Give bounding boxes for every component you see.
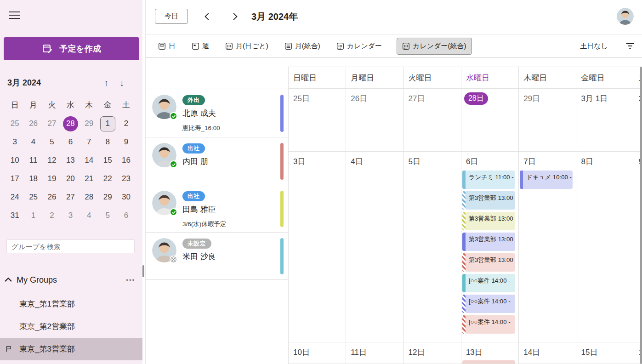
mini-calendar-day[interactable]: 3 (61, 206, 80, 225)
mini-calendar-day[interactable]: 10 (6, 151, 24, 170)
menu-icon[interactable] (8, 10, 21, 20)
mini-calendar-day[interactable]: 27 (43, 114, 61, 133)
user-avatar[interactable] (617, 8, 634, 25)
mini-calendar-day[interactable]: 2 (117, 114, 135, 133)
calendar-event-partial[interactable] (462, 360, 515, 364)
mini-calendar-day[interactable]: 1 (98, 114, 117, 133)
mini-calendar-day[interactable]: 7 (80, 133, 98, 151)
calendar-day-cell[interactable]: 13日 (461, 342, 519, 364)
mini-calendar-day[interactable]: 28 (61, 114, 80, 133)
sidebar-scrollbar-thumb[interactable] (142, 265, 144, 277)
calendar-day-cell[interactable]: 5日 (404, 152, 461, 342)
mini-calendar-day[interactable]: 22 (98, 170, 117, 188)
weekend-toggle-label[interactable]: 土日なし (580, 42, 608, 51)
today-button[interactable]: 今日 (155, 9, 188, 24)
mini-calendar-day[interactable]: 11 (24, 151, 42, 170)
mini-calendar-day[interactable]: 30 (117, 188, 135, 206)
calendar-day-cell[interactable]: 3日 (289, 152, 346, 342)
group-search-input[interactable] (6, 239, 135, 253)
chevron-up-icon[interactable] (4, 275, 13, 284)
mini-calendar-day[interactable]: 29 (98, 188, 117, 206)
calendar-event[interactable]: 第3営業部 13:00 - (462, 233, 515, 251)
calendar-day-cell[interactable]: 14日 (519, 342, 576, 364)
chevron-right-icon[interactable] (230, 11, 240, 22)
sidebar-group-item[interactable]: 東京_第2営業部 (0, 315, 142, 338)
calendar-scrollbar-thumb[interactable] (640, 67, 642, 364)
mini-calendar-day[interactable]: 4 (80, 206, 98, 225)
mini-calendar-day[interactable]: 21 (80, 170, 98, 188)
view-tab[interactable]: 日 (157, 38, 177, 55)
mini-calendar-day[interactable]: 5 (43, 133, 61, 151)
view-tab[interactable]: 月(統合) (283, 38, 322, 55)
calendar-event[interactable]: [○○案件 14:00 - (462, 315, 515, 334)
member-row[interactable]: 出社田島 雅臣3/6(水)休暇予定 (146, 185, 289, 233)
mini-calendar-day[interactable]: 8 (98, 133, 117, 151)
calendar-day-cell[interactable]: 6日ランチミ 11:00 - 1第3営業部 13:00 -第3営業部 13:00… (461, 152, 519, 342)
member-color-bar (280, 143, 284, 180)
mini-calendar-day[interactable]: 6 (61, 133, 80, 151)
calendar-event[interactable]: ランチミ 11:00 - 1 (462, 171, 515, 189)
mini-calendar-day[interactable]: 16 (117, 151, 135, 170)
calendar-day-cell[interactable]: 15日 (576, 342, 634, 364)
arrow-down-icon[interactable]: ↓ (119, 78, 124, 87)
calendar-event[interactable]: [○○案件 14:00 - (462, 295, 515, 313)
mini-calendar-day[interactable]: 17 (6, 170, 24, 188)
view-tab[interactable]: 月(日ごと) (224, 38, 270, 55)
mini-calendar-day[interactable]: 9 (117, 133, 135, 151)
mini-calendar-day[interactable]: 20 (61, 170, 80, 188)
calendar-event[interactable]: 第3営業部 13:00 - (462, 253, 515, 272)
mini-calendar-day[interactable]: 13 (61, 151, 80, 170)
mini-calendar-day[interactable]: 3 (6, 133, 24, 151)
mini-calendar-day[interactable]: 24 (6, 188, 24, 206)
mini-calendar-day[interactable]: 18 (24, 170, 42, 188)
calendar-event[interactable]: 第3営業部 13:00 - (462, 212, 515, 230)
mini-calendar-day[interactable]: 27 (61, 188, 80, 206)
mini-calendar-day[interactable]: 25 (24, 188, 42, 206)
mini-calendar-day[interactable]: 29 (80, 114, 98, 133)
ellipsis-icon[interactable]: ••• (126, 277, 135, 284)
calendar-day-cell[interactable]: 12日 (404, 342, 461, 364)
calendar-day-cell[interactable]: 8日 (576, 152, 634, 342)
calendar-day-cell[interactable]: 27日 (404, 89, 461, 151)
mini-calendar-day[interactable]: 31 (6, 206, 24, 225)
calendar-event[interactable]: [○○案件 14:00 - (462, 274, 515, 292)
calendar-day-cell[interactable]: 3月 1日 (576, 89, 634, 151)
member-row[interactable]: 外出北原 成夫恵比寿_16:00 (146, 89, 289, 137)
mini-calendar-day[interactable]: 6 (117, 206, 135, 225)
member-row[interactable]: 未設定米田 沙良 (146, 233, 289, 280)
calendar-event[interactable]: 第3営業部 13:00 - (462, 191, 515, 210)
view-tab[interactable]: カレンダー(統合) (397, 38, 472, 55)
mini-calendar-day[interactable]: 5 (98, 206, 117, 225)
calendar-day-cell[interactable]: 25日 (289, 89, 346, 151)
calendar-day-cell[interactable]: 11日 (346, 342, 403, 364)
event-category-bar (520, 171, 523, 189)
filter-icon[interactable] (624, 40, 636, 52)
view-tab[interactable]: カレンダー (335, 38, 383, 55)
calendar-day-cell[interactable]: 28日 (461, 89, 519, 151)
sidebar-group-item[interactable]: 東京_第3営業部 (0, 338, 142, 360)
mini-calendar-day[interactable]: 26 (43, 188, 61, 206)
mini-calendar-day[interactable]: 12 (43, 151, 61, 170)
calendar-day-cell[interactable]: 26日 (346, 89, 403, 151)
create-event-button[interactable]: 予定を作成 (4, 37, 139, 60)
calendar-day-cell[interactable]: 7日ドキュメ 10:00 - (519, 152, 576, 342)
sidebar-group-item[interactable]: 東京_第1営業部 (0, 293, 142, 315)
calendar-day-cell[interactable]: 10日 (289, 342, 346, 364)
chevron-left-icon[interactable] (202, 11, 212, 22)
mini-calendar-day[interactable]: 14 (80, 151, 98, 170)
mini-calendar-day[interactable]: 1 (24, 206, 42, 225)
mini-calendar-day[interactable]: 4 (24, 133, 42, 151)
mini-calendar-day[interactable]: 26 (24, 114, 42, 133)
calendar-event[interactable]: ドキュメ 10:00 - (520, 171, 573, 189)
mini-calendar-day[interactable]: 25 (6, 114, 24, 133)
mini-calendar-day[interactable]: 23 (117, 170, 135, 188)
mini-calendar-day[interactable]: 2 (43, 206, 61, 225)
mini-calendar-day[interactable]: 28 (80, 188, 98, 206)
view-tab[interactable]: 週 (190, 38, 210, 55)
mini-calendar-day[interactable]: 15 (98, 151, 117, 170)
member-row[interactable]: 出社内田 朋 (146, 137, 289, 185)
calendar-day-cell[interactable]: 4日 (346, 152, 403, 342)
mini-calendar-day[interactable]: 19 (43, 170, 61, 188)
calendar-day-cell[interactable]: 29日 (519, 89, 576, 151)
arrow-up-icon[interactable]: ↑ (104, 78, 108, 87)
